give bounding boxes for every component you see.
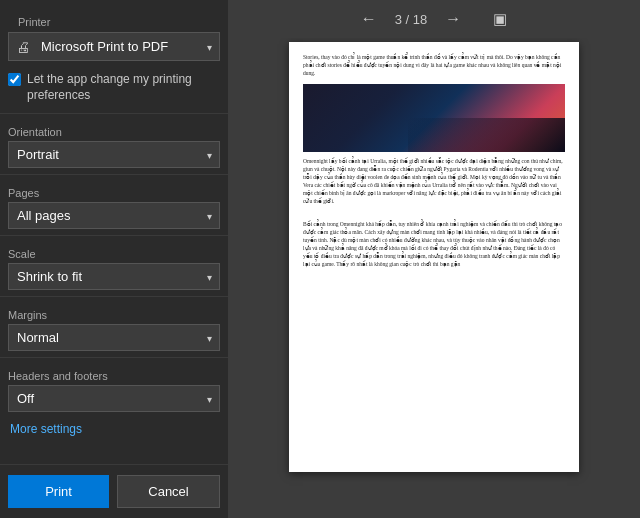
divider-5 xyxy=(0,357,228,358)
printer-select-wrapper: 🖨 Microsoft Print to PDF ▾ xyxy=(8,32,220,61)
pages-select[interactable]: All pages Current page Custom range xyxy=(8,202,220,229)
headers-footers-dropdown-wrapper: Off On ▾ xyxy=(8,385,220,412)
preview-toolbar: ← 3 / 18 → ▣ xyxy=(228,0,640,38)
orientation-label: Orientation xyxy=(8,120,220,141)
pages-section: Pages All pages Current page Custom rang… xyxy=(0,177,228,233)
image-dark-overlay xyxy=(408,118,565,152)
margins-dropdown-wrapper: Normal Narrow Moderate Wide None Custom … xyxy=(8,324,220,351)
checkbox-row: Let the app change my printing preferenc… xyxy=(0,65,228,111)
printer-section: Printer 🖨 Microsoft Print to PDF ▾ xyxy=(0,0,228,65)
headers-footers-label: Headers and footers xyxy=(8,364,220,385)
orientation-select[interactable]: Portrait Landscape xyxy=(8,141,220,168)
preview-area: Stories, thay vào đó chỉ là một game thu… xyxy=(228,38,640,518)
preview-text-p1: Stories, thay vào đó chỉ là một game thu… xyxy=(303,54,565,78)
pages-dropdown-wrapper: All pages Current page Custom range ▾ xyxy=(8,202,220,229)
printer-icon: 🖨 xyxy=(16,39,30,55)
scale-dropdown-wrapper: Shrink to fit Default Custom ▾ xyxy=(8,263,220,290)
change-preferences-checkbox[interactable] xyxy=(8,73,21,86)
orientation-section: Orientation Portrait Landscape ▾ xyxy=(0,116,228,172)
preview-text-p3: Bối cảnh trong Omennight khá hấp dẫn, tu… xyxy=(303,221,565,269)
divider-3 xyxy=(0,235,228,236)
spacer xyxy=(0,442,228,464)
printer-section-label: Printer xyxy=(8,6,220,32)
margins-select[interactable]: Normal Narrow Moderate Wide None Custom xyxy=(8,324,220,351)
right-panel: ← 3 / 18 → ▣ Stories, thay vào đó chỉ là… xyxy=(228,0,640,518)
preview-image xyxy=(303,84,565,152)
page-indicator: 3 / 18 xyxy=(395,12,428,27)
margins-label: Margins xyxy=(8,303,220,324)
preview-text-p2: Omennight lấy bối cảnh tại Urralia, một … xyxy=(303,158,565,206)
print-button[interactable]: Print xyxy=(8,475,109,508)
headers-footers-section: Headers and footers Off On ▾ xyxy=(0,360,228,416)
divider-2 xyxy=(0,174,228,175)
headers-footers-select[interactable]: Off On xyxy=(8,385,220,412)
scale-section: Scale Shrink to fit Default Custom ▾ xyxy=(0,238,228,294)
left-panel: Printer 🖨 Microsoft Print to PDF ▾ Let t… xyxy=(0,0,228,518)
more-settings-link[interactable]: More settings xyxy=(0,416,228,442)
checkbox-label: Let the app change my printing preferenc… xyxy=(27,71,220,103)
next-page-button[interactable]: → xyxy=(439,8,467,30)
divider-1 xyxy=(0,113,228,114)
orientation-dropdown-wrapper: Portrait Landscape ▾ xyxy=(8,141,220,168)
scale-label: Scale xyxy=(8,242,220,263)
prev-page-button[interactable]: ← xyxy=(355,8,383,30)
fit-page-button[interactable]: ▣ xyxy=(487,8,513,30)
margins-section: Margins Normal Narrow Moderate Wide None… xyxy=(0,299,228,355)
pages-label: Pages xyxy=(8,181,220,202)
cancel-button[interactable]: Cancel xyxy=(117,475,220,508)
divider-4 xyxy=(0,296,228,297)
bottom-buttons: Print Cancel xyxy=(0,464,228,518)
scale-select[interactable]: Shrink to fit Default Custom xyxy=(8,263,220,290)
printer-select[interactable]: Microsoft Print to PDF xyxy=(8,32,220,61)
preview-page: Stories, thay vào đó chỉ là một game thu… xyxy=(289,42,579,472)
